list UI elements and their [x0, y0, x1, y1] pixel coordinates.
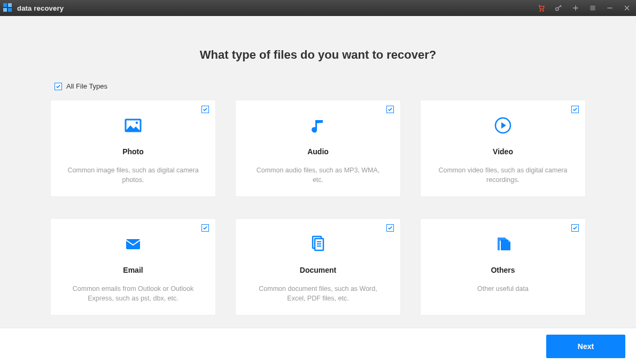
svg-point-1	[542, 10, 544, 11]
card-audio[interactable]: Audio Common audio files, such as MP3, W…	[235, 100, 401, 197]
close-icon[interactable]	[622, 3, 632, 13]
email-icon	[123, 232, 143, 256]
video-icon	[493, 113, 513, 138]
svg-point-2	[556, 7, 559, 10]
card-video-title: Video	[493, 147, 513, 156]
card-photo[interactable]: Photo Common image files, such as digita…	[50, 100, 216, 197]
photo-icon	[123, 113, 143, 138]
card-audio-desc: Common audio files, such as MP3, WMA, et…	[249, 165, 387, 185]
titlebar-right	[537, 3, 632, 13]
next-button[interactable]: Next	[546, 335, 625, 358]
svg-rect-7	[126, 239, 140, 249]
card-email-checkbox[interactable]	[201, 224, 209, 232]
cart-icon[interactable]	[537, 3, 546, 13]
all-file-types-checkbox[interactable]	[55, 83, 62, 90]
card-audio-title: Audio	[307, 147, 329, 156]
card-document-desc: Common document files, such as Word, Exc…	[249, 284, 387, 303]
plus-icon[interactable]	[571, 3, 580, 13]
menu-icon[interactable]	[588, 3, 598, 13]
svg-point-0	[540, 10, 541, 11]
card-others-checkbox[interactable]	[571, 224, 579, 232]
app-logo-icon	[3, 3, 13, 13]
app-title: data recovery	[17, 4, 64, 12]
card-photo-desc: Common image files, such as digital came…	[64, 165, 203, 185]
card-photo-title: Photo	[122, 147, 144, 156]
minimize-icon[interactable]	[605, 3, 615, 13]
card-email-title: Email	[123, 266, 143, 274]
card-document-title: Document	[300, 266, 336, 274]
card-email-desc: Common emails from Outlook or Outlook Ex…	[64, 284, 203, 303]
svg-point-5	[312, 128, 317, 133]
card-video-desc: Common video files, such as digital came…	[433, 165, 572, 185]
card-photo-checkbox[interactable]	[201, 106, 209, 113]
card-audio-checkbox[interactable]	[386, 106, 394, 113]
card-document[interactable]: Document Common document files, such as …	[235, 218, 401, 315]
others-icon	[493, 232, 513, 256]
card-video-checkbox[interactable]	[571, 106, 579, 113]
key-icon[interactable]	[554, 3, 563, 13]
audio-icon	[308, 113, 328, 138]
footer: Next	[0, 328, 636, 364]
file-type-grid: Photo Common image files, such as digita…	[53, 100, 583, 315]
card-email[interactable]: Email Common emails from Outlook or Outl…	[50, 218, 216, 315]
titlebar: data recovery	[0, 0, 636, 16]
page-heading: What type of files do you want to recove…	[53, 48, 583, 62]
card-others-title: Others	[491, 266, 515, 274]
all-file-types-row[interactable]: All File Types	[53, 82, 583, 90]
document-icon	[308, 232, 328, 256]
titlebar-left: data recovery	[3, 3, 64, 13]
all-file-types-label: All File Types	[66, 82, 107, 90]
main-content: What type of files do you want to recove…	[0, 16, 636, 315]
card-document-checkbox[interactable]	[386, 224, 394, 232]
card-others[interactable]: Others Other useful data	[420, 218, 586, 315]
card-others-desc: Other useful data	[475, 284, 531, 294]
card-video[interactable]: Video Common video files, such as digita…	[420, 100, 586, 197]
svg-point-4	[136, 122, 138, 124]
